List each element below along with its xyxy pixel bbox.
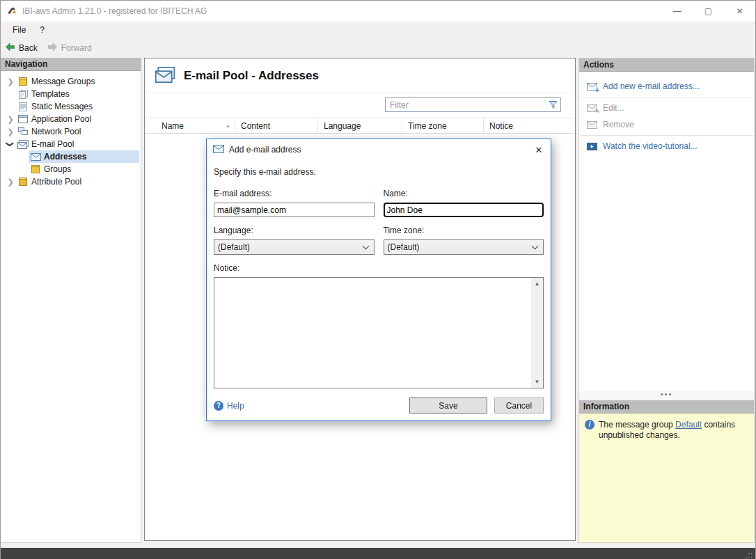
scrollbar[interactable]: ▲ ▼	[531, 278, 543, 388]
tree-item-groups[interactable]: ❯ Groups	[1, 163, 141, 175]
chevron-down-icon[interactable]: ❯	[4, 139, 17, 150]
name-input[interactable]	[384, 203, 544, 217]
add-email-icon: +	[585, 83, 598, 90]
attribute-pool-icon	[16, 178, 30, 186]
title-bar: IBI-aws Admin 1.21.0 - registered for IB…	[1, 1, 755, 22]
tree-item-network-pool[interactable]: ❯ Network Pool	[1, 125, 141, 138]
timezone-select[interactable]: (Default)	[384, 239, 544, 255]
column-header-name[interactable]: Name▲	[145, 118, 235, 133]
dialog-title: Add e-mail address	[229, 145, 301, 155]
default-group-link[interactable]: Default	[675, 420, 702, 430]
action-remove[interactable]: Remove	[579, 117, 754, 132]
menu-help[interactable]: ?	[33, 23, 52, 37]
help-link[interactable]: ? Help	[214, 401, 244, 411]
tree-item-attribute-pool[interactable]: ❯ Attribute Pool	[1, 175, 141, 188]
video-tutorial-icon	[585, 143, 598, 150]
column-header-language[interactable]: Language	[318, 118, 402, 133]
information-panel: i The message group Default contains unp…	[579, 414, 754, 542]
column-header-content[interactable]: Content	[235, 118, 318, 133]
tree-item-templates[interactable]: ❯ Templates	[1, 88, 141, 100]
forward-arrow-icon	[47, 42, 58, 54]
filter-funnel-icon	[549, 100, 558, 111]
app-window: IBI-aws Admin 1.21.0 - registered for IB…	[0, 0, 756, 559]
timezone-label: Time zone:	[384, 226, 544, 235]
separator	[580, 135, 753, 136]
chevron-down-icon	[362, 243, 369, 250]
splitter-handle[interactable]: •••	[579, 391, 754, 400]
back-button[interactable]: Back	[5, 42, 38, 54]
minimize-icon[interactable]: —	[661, 1, 693, 22]
actions-header: Actions	[579, 58, 754, 72]
navigation-tree: ❯ Message Groups ❯ Templates ❯ Static Me…	[1, 71, 141, 188]
application-pool-icon	[16, 115, 30, 123]
tree-item-static-messages[interactable]: ❯ Static Messages	[1, 100, 141, 113]
back-arrow-icon	[5, 42, 15, 54]
maximize-icon[interactable]: ▢	[693, 1, 724, 22]
edit-email-icon: ✎	[585, 104, 598, 112]
column-header-timezone[interactable]: Time zone	[402, 118, 484, 133]
app-icon	[6, 6, 17, 17]
message-groups-icon	[16, 77, 30, 86]
email-address-input[interactable]	[214, 203, 375, 217]
chevron-right-icon[interactable]: ❯	[5, 75, 16, 88]
scroll-down-icon[interactable]: ▼	[531, 376, 543, 388]
main-header: E-mail Pool - Addresses	[145, 58, 575, 93]
menu-bar: File ?	[1, 22, 755, 38]
table-header: Name▲ Content Language Time zone Notice	[145, 118, 575, 134]
email-pool-icon	[16, 140, 30, 149]
addresses-icon	[29, 153, 42, 161]
column-header-notice[interactable]: Notice	[484, 118, 575, 133]
forward-button[interactable]: Forward	[47, 42, 92, 54]
action-add-email[interactable]: + Add new e-mail address...	[579, 79, 754, 94]
tree-item-email-pool[interactable]: ❯ E-mail Pool	[1, 138, 141, 150]
filter-box	[385, 97, 561, 112]
language-label: Language:	[214, 226, 375, 235]
dialog-description: Specify this e-mail address.	[214, 167, 544, 177]
notice-label: Notice:	[214, 263, 544, 273]
separator	[580, 97, 753, 97]
scroll-up-icon[interactable]: ▲	[531, 278, 543, 290]
email-pool-page-icon	[155, 67, 175, 85]
templates-icon	[16, 90, 30, 99]
chevron-right-icon[interactable]: ❯	[5, 175, 16, 188]
close-icon[interactable]: ✕	[724, 1, 755, 22]
save-button[interactable]: Save	[409, 397, 487, 414]
scrollbar-track[interactable]	[531, 290, 543, 376]
tree-item-addresses[interactable]: ❯ Addresses	[1, 150, 141, 163]
notice-textarea[interactable]: ▲ ▼	[214, 277, 544, 388]
menu-file[interactable]: File	[6, 23, 33, 37]
email-address-label: E-mail address:	[214, 189, 375, 198]
chevron-right-icon[interactable]: ❯	[5, 125, 16, 138]
navigation-panel: Navigation ❯ Message Groups ❯ Templates …	[1, 58, 141, 543]
dialog-title-bar[interactable]: Add e-mail address ✕	[207, 139, 551, 160]
static-messages-icon	[16, 102, 30, 111]
network-pool-icon	[16, 127, 30, 136]
help-icon: ?	[214, 401, 223, 411]
resize-grip-icon[interactable]: .::	[746, 551, 753, 559]
actions-list: + Add new e-mail address... ✎ Edit... Re…	[579, 72, 754, 391]
back-label: Back	[19, 43, 38, 53]
action-edit[interactable]: ✎ Edit...	[579, 100, 754, 116]
tree-item-application-pool[interactable]: ❯ Application Pool	[1, 113, 141, 125]
page-title: E-mail Pool - Addresses	[184, 69, 319, 83]
groups-icon	[29, 165, 42, 173]
tree-item-message-groups[interactable]: ❯ Message Groups	[1, 75, 141, 88]
chevron-down-icon	[532, 243, 539, 250]
language-select[interactable]: (Default)	[214, 239, 375, 255]
navigation-header: Navigation	[1, 58, 141, 71]
info-icon: i	[585, 420, 594, 430]
dialog-close-icon[interactable]: ✕	[527, 139, 551, 160]
add-email-dialog: Add e-mail address ✕ Specify this e-mail…	[206, 139, 551, 421]
right-panel: Actions + Add new e-mail address... ✎ Ed…	[578, 58, 755, 543]
remove-email-icon	[585, 121, 598, 129]
action-video-tutorial[interactable]: Watch the video-tutorial...	[579, 139, 754, 154]
filter-input[interactable]	[385, 97, 561, 112]
status-bar: .::	[1, 548, 755, 559]
toolbar: Back Forward	[1, 38, 755, 58]
information-message: The message group Default contains unpub…	[599, 420, 745, 441]
dialog-body: Specify this e-mail address. E-mail addr…	[207, 167, 551, 420]
window-title: IBI-aws Admin 1.21.0 - registered for IB…	[22, 6, 207, 16]
chevron-right-icon[interactable]: ❯	[5, 113, 16, 125]
information-header: Information	[579, 400, 754, 414]
cancel-button[interactable]: Cancel	[494, 397, 544, 414]
